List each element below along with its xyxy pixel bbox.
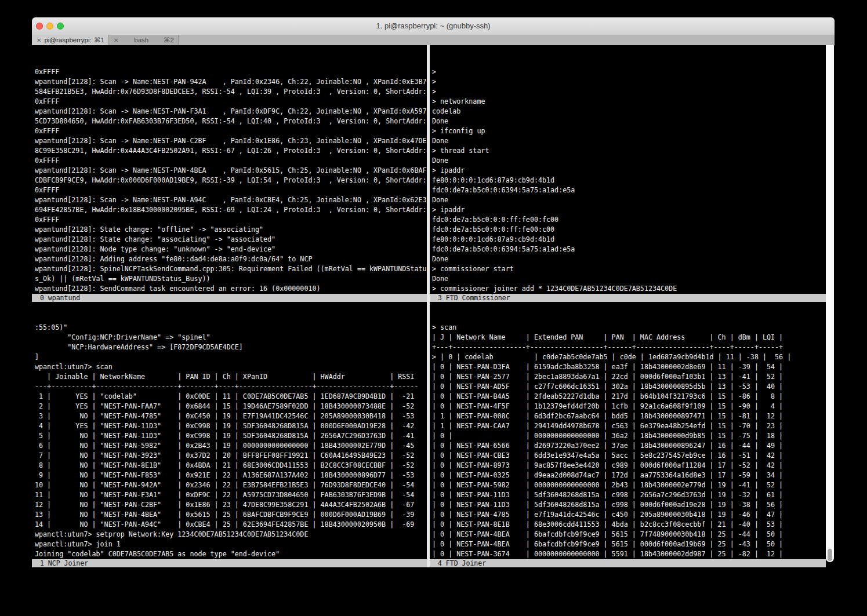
pane-ncp-joiner[interactable]: :55:05)" "Config:NCP:DriverName" => "spi… [32, 302, 427, 559]
terminal-window: 1. pi@raspberrypi: ~ (gnubby-ssh) ✕ pi@r… [32, 17, 835, 616]
scrollbar-thumb[interactable] [828, 549, 832, 561]
tab-bar: ✕ pi@raspberrypi: ~ (g... ⌘1 ✕ bash ⌘2 [32, 35, 835, 45]
tab-label: bash [121, 37, 161, 43]
tab-pi-raspberrypi[interactable]: ✕ pi@raspberrypi: ~ (g... ⌘1 [32, 35, 109, 45]
tab-close-icon[interactable]: ✕ [32, 37, 44, 43]
pane-ftd-joiner[interactable]: > scan | J | Network Name | Extended PAN… [430, 302, 826, 559]
tab-shortcut-badge: ⌘1 [92, 36, 108, 44]
pane-ftd-commissioner[interactable]: > > > > networkname codelab Done > ifcon… [430, 45, 826, 294]
title-bar[interactable]: 1. pi@raspberrypi: ~ (gnubby-ssh) [32, 17, 835, 35]
pane-status-wpantund: 0 wpantund [32, 294, 427, 302]
scrollbar-track[interactable] [826, 45, 834, 562]
tab-shortcut-badge: ⌘2 [161, 36, 178, 44]
pane-status-ftd-commissioner: 3 FTD Commissioner [430, 294, 826, 302]
pane-status-ncp-joiner: 1 NCP Joiner [32, 559, 427, 567]
ftd-commissioner-text: > > > > networkname codelab Done > ifcon… [432, 67, 826, 294]
desktop: 1. pi@raspberrypi: ~ (gnubby-ssh) ✕ pi@r… [0, 0, 867, 616]
pane-status-ftd-joiner: 4 FTD Joiner [430, 559, 826, 567]
tab-label: pi@raspberrypi: ~ (g... [44, 37, 92, 43]
terminal-content: 0xFFFF wpantund[2128]: Scan -> Name:NEST… [32, 45, 835, 616]
pane-wpantund[interactable]: 0xFFFF wpantund[2128]: Scan -> Name:NEST… [32, 45, 427, 294]
ftd-joiner-scan-text: > scan | J | Network Name | Extended PAN… [432, 323, 826, 559]
window-title: 1. pi@raspberrypi: ~ (gnubby-ssh) [32, 17, 835, 35]
ncp-joiner-scan-text: :55:05)" "Config:NCP:DriverName" => "spi… [35, 323, 427, 559]
tab-bash[interactable]: ✕ bash ⌘2 [109, 35, 179, 45]
pane-divider[interactable] [427, 45, 430, 567]
tab-close-icon[interactable]: ✕ [109, 37, 121, 43]
wpantund-log-text: 0xFFFF wpantund[2128]: Scan -> Name:NEST… [35, 67, 427, 294]
